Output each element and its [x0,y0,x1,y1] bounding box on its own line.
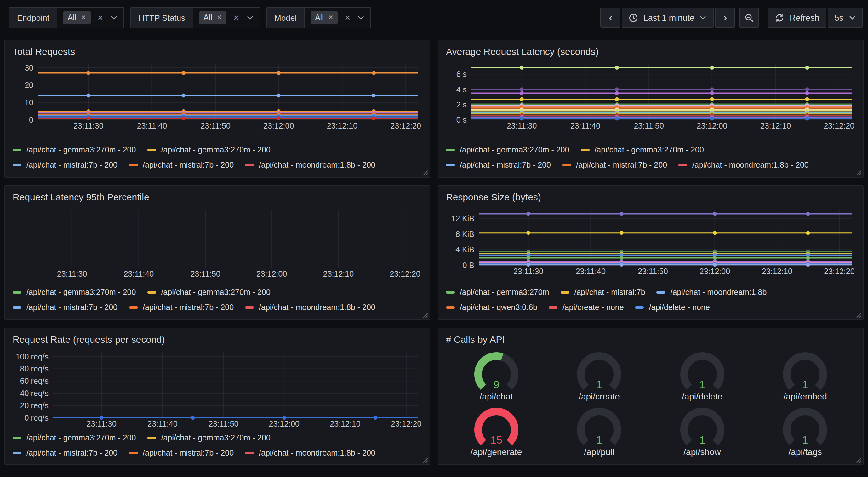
x-axis-tick-label: 23:12:20 [391,419,422,428]
selected-option-chip[interactable]: All✕ [63,11,91,24]
legend-series-chip [561,291,569,294]
clear-filter-icon[interactable]: ✕ [97,13,103,22]
legend-series-label: /api/chat - moondream:1.8b - 200 [692,161,809,170]
legend-series-label: /api/chat - gemma3:270m - 200 [161,288,270,297]
y-axis-tick-label: 10 [25,98,33,107]
panel-resize-handle[interactable] [856,457,862,463]
chevron-down-icon[interactable] [358,14,365,22]
legend-item[interactable]: /api/chat - gemma3:270m - 200 [12,434,136,442]
legend-item[interactable]: /api/chat - moondream:1.8b [657,288,767,297]
legend-item[interactable]: /api/chat - moondream:1.8b - 200 [678,161,809,170]
y-axis-tick-label: 4 KiB [456,245,474,254]
panel-resize-handle[interactable] [856,170,862,176]
legend-item[interactable]: /api/chat - mistral:7b - 200 [12,449,118,457]
legend-item[interactable]: /api/chat - mistral:7b [561,288,645,297]
panel-resize-handle[interactable] [423,457,428,463]
filter-value-http-status[interactable]: All✕✕ [193,7,259,28]
legend-total_requests: /api/chat - gemma3:270m - 200/api/chat -… [5,144,430,177]
legend-item[interactable]: /api/chat - mistral:7b - 200 [12,161,118,170]
time-forward-button[interactable]: › [715,7,735,28]
legend-series-chip [678,164,687,166]
y-axis-tick-label: 100 req/s [16,352,49,361]
x-axis-tick-label: 23:12:20 [824,267,855,276]
legend-series-label: /api/chat - mistral:7b [575,288,645,297]
panel-title-request_rate[interactable]: Request Rate (requests per second) [5,328,430,346]
panel-title-total_requests[interactable]: Total Requests [5,40,430,58]
remove-option-icon[interactable]: ✕ [81,14,86,21]
legend-item[interactable]: /api/chat - gemma3:270m - 200 [147,288,270,297]
filter-value-endpoint[interactable]: All✕✕ [58,7,123,28]
legend-item[interactable]: /api/chat - mistral:7b - 200 [562,161,667,170]
legend-item[interactable]: /api/chat - mistral:7b - 200 [446,161,551,170]
x-axis-tick-label: 23:12:00 [263,121,294,130]
legend-item[interactable]: /api/chat - moondream:1.8b - 200 [245,161,375,170]
variable-filters: EndpointAll✕✕HTTP StatusAll✕✕ModelAll✕✕ [9,7,371,28]
remove-option-icon[interactable]: ✕ [217,14,222,21]
panel-resize-handle[interactable] [856,312,862,318]
legend-item[interactable]: /api/chat - mistral:7b - 200 [129,303,234,312]
panel-title-avg_latency[interactable]: Average Request Latency (seconds) [438,40,863,58]
x-axis-tick-label: 23:12:20 [824,121,854,130]
chevron-down-icon[interactable] [110,14,118,22]
panel-title-response_size[interactable]: Response Size (bytes) [438,186,863,204]
gauge-value: 15 [490,434,502,446]
y-axis-tick-label: 40 req/s [20,389,49,397]
legend-series-chip [12,306,22,309]
legend-series-label: /api/chat - qwen3:0.6b [460,303,537,312]
legend-item[interactable]: /api/chat - gemma3:270m [446,288,549,297]
x-axis-tick-label: 23:11:30 [73,121,103,130]
legend-item[interactable]: /api/delete - none [635,303,710,312]
legend-series-chip [129,164,137,166]
legend-item[interactable]: /api/chat - gemma3:270m - 200 [147,434,270,442]
panel-resize-handle[interactable] [423,170,428,176]
legend-item[interactable]: /api/chat - moondream:1.8b - 200 [245,303,375,312]
remove-option-icon[interactable]: ✕ [328,14,334,21]
avg_latency-plot[interactable]: 0 s2 s4 s6 s23:11:3023:11:4023:11:5023:1… [446,60,857,131]
legend-item[interactable]: /api/chat - mistral:7b - 200 [12,303,118,312]
legend-series-label: /api/chat - mistral:7b - 200 [27,449,118,457]
response_size-plot[interactable]: 0 B4 KiB8 KiB12 KiB23:11:3023:11:4023:11… [446,206,857,277]
time-back-button[interactable]: ‹ [600,7,621,28]
legend-item[interactable]: /api/chat - moondream:1.8b - 200 [245,449,375,457]
y-axis-tick-label: 0 s [456,115,467,124]
gauge--api-embed: 1/api/embed [754,347,857,403]
zoom-out-button[interactable] [739,7,760,28]
legend-item[interactable]: /api/chat - gemma3:270m - 200 [446,146,569,154]
legend-item[interactable]: /api/chat - qwen3:0.6b [446,303,537,312]
refresh-interval-picker[interactable]: 5s [827,7,863,28]
request_rate-plot[interactable]: 0 req/s20 req/s40 req/s60 req/s80 req/s1… [12,349,423,429]
legend-series-label: /api/chat - mistral:7b - 200 [143,303,234,312]
legend-item[interactable]: /api/chat - mistral:7b - 200 [129,161,234,170]
panel-title-p95_latency[interactable]: Request Latency 95th Percentile [5,186,430,204]
panel-title-calls_by_api[interactable]: # Calls by API [438,328,863,346]
filter-http-status: HTTP StatusAll✕✕ [130,7,260,28]
selected-option-chip[interactable]: All✕ [199,11,226,24]
legend-series-label: /api/chat - gemma3:270m - 200 [27,434,136,442]
legend-item[interactable]: /api/chat - gemma3:270m - 200 [12,288,136,297]
time-range-picker[interactable]: Last 1 minute [622,7,714,28]
chevron-down-icon[interactable] [246,14,253,22]
gauge-label: /api/delete [682,391,722,401]
filter-endpoint: EndpointAll✕✕ [9,7,124,28]
panel-resize-handle[interactable] [423,312,428,318]
refresh-button[interactable]: Refresh [768,7,827,28]
filter-value-model[interactable]: All✕✕ [305,7,371,28]
x-axis-tick-label: 23:12:20 [390,121,421,130]
legend-item[interactable]: /api/chat - mistral:7b - 200 [129,449,234,457]
x-axis-tick-label: 23:11:50 [200,121,230,130]
legend-item[interactable]: /api/create - none [549,303,624,312]
legend-item[interactable]: /api/chat - gemma3:270m - 200 [147,146,270,154]
time-range-label: Last 1 minute [644,13,694,22]
gauge-label: /api/show [683,446,721,456]
legend-series-label: /api/chat - gemma3:270m - 200 [161,434,270,442]
clear-filter-icon[interactable]: ✕ [234,13,239,22]
clear-filter-icon[interactable]: ✕ [345,13,350,22]
legend-item[interactable]: /api/chat - gemma3:270m - 200 [581,146,704,154]
legend-series-chip [12,452,22,454]
selected-option-chip[interactable]: All✕ [311,11,338,24]
request_rate-chart: 0 req/s20 req/s40 req/s60 req/s80 req/s1… [5,346,430,431]
x-axis-tick-label: 23:12:10 [330,419,360,428]
total_requests-plot[interactable]: 010203023:11:3023:11:4023:11:5023:12:002… [12,60,423,131]
legend-item[interactable]: /api/chat - gemma3:270m - 200 [12,146,136,154]
p95_latency-plot[interactable]: 23:11:3023:11:4023:11:5023:12:0023:12:10… [12,206,423,279]
